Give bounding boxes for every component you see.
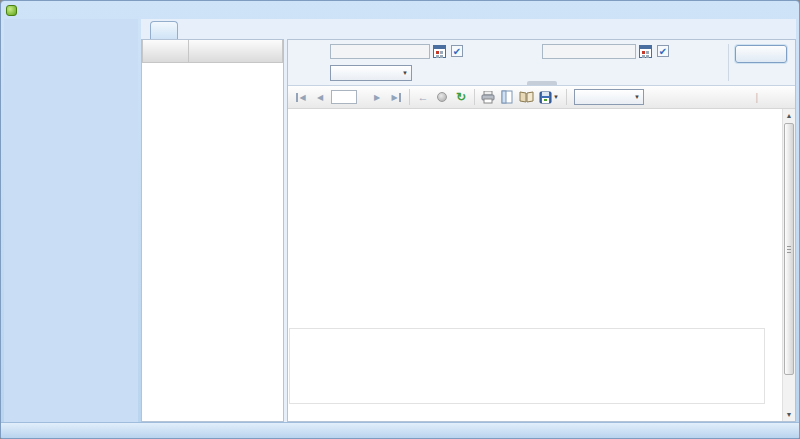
params-separator — [728, 44, 729, 81]
previous-page-button[interactable]: ◀ — [312, 89, 328, 105]
area-chart — [289, 328, 765, 404]
report-parameters — [288, 40, 795, 86]
pokladna-select[interactable] — [330, 65, 412, 81]
page-icon — [501, 90, 513, 104]
scroll-down-icon[interactable]: ▼ — [783, 408, 795, 421]
toolbar-separator — [566, 89, 567, 105]
page-setup-button[interactable] — [518, 89, 534, 105]
zoom-select[interactable] — [574, 89, 644, 105]
tab-reporty-trzby[interactable] — [150, 21, 178, 39]
printer-icon — [481, 91, 495, 104]
page-number-input[interactable] — [331, 90, 357, 104]
save-export-icon — [539, 91, 552, 104]
find-separator: | — [755, 92, 758, 103]
report-list-header-name — [143, 40, 189, 62]
datum-do-input[interactable] — [542, 44, 636, 59]
scroll-up-icon[interactable]: ▲ — [783, 109, 795, 122]
window-bottom-border — [1, 422, 799, 438]
print-layout-button[interactable] — [499, 89, 515, 105]
titlebar — [1, 1, 799, 19]
viewer-toolbar: ◀ ◀ ▶ ▶ ← ↻ — [288, 86, 795, 109]
print-button[interactable] — [480, 89, 496, 105]
datum-do-null-checkbox[interactable] — [657, 45, 669, 57]
report-content — [288, 109, 782, 421]
refresh-button[interactable]: ↻ — [453, 89, 469, 105]
toolbar-separator — [409, 89, 410, 105]
next-page-button[interactable]: ▶ — [369, 89, 385, 105]
datum-do-calendar-icon[interactable] — [639, 45, 652, 58]
first-page-button[interactable]: ◀ — [293, 89, 309, 105]
view-report-button[interactable] — [735, 45, 787, 63]
export-dropdown-caret: ▼ — [553, 94, 559, 100]
sidebar — [4, 19, 138, 422]
tabstrip — [141, 19, 796, 39]
last-page-button[interactable]: ▶ — [388, 89, 404, 105]
report-viewer: ◀ ◀ ▶ ▶ ← ↻ — [287, 39, 796, 422]
report-list-header-desc — [189, 40, 283, 62]
export-button[interactable]: ▼ — [537, 89, 561, 105]
pie-chart — [582, 115, 662, 195]
params-collapse-handle[interactable] — [527, 81, 557, 85]
report-list-table — [142, 40, 283, 63]
app-logo-icon — [6, 5, 17, 16]
book-icon — [519, 91, 534, 103]
app-window: ◀ ◀ ▶ ▶ ← ↻ — [0, 0, 800, 439]
scrollbar-thumb[interactable] — [784, 123, 794, 375]
back-button[interactable]: ← — [415, 89, 431, 105]
main-area: ◀ ◀ ▶ ▶ ← ↻ — [141, 19, 796, 422]
report-list-panel — [141, 39, 284, 422]
find-area: | — [749, 92, 764, 103]
toolbar-separator — [474, 89, 475, 105]
datum-od-calendar-icon[interactable] — [433, 45, 446, 58]
vertical-scrollbar[interactable]: ▲ ▼ — [782, 109, 795, 421]
datum-od-input[interactable] — [330, 44, 430, 59]
datum-od-null-checkbox[interactable] — [451, 45, 463, 57]
stop-button[interactable] — [434, 89, 450, 105]
